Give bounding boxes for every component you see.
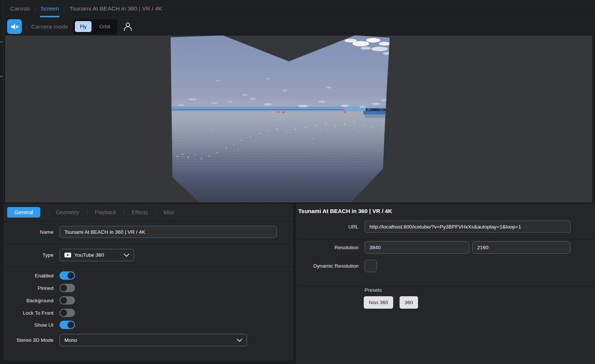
divider <box>4 267 293 267</box>
cargo-ship <box>363 108 387 118</box>
screen-settings-panel: General | Geometry | Playback | Effects … <box>4 204 293 361</box>
type-value: YouTube 360 <box>74 252 104 258</box>
segment-separator: | <box>92 24 93 29</box>
dynamic-resolution-label: Dynamic Resolution <box>296 260 359 272</box>
divider <box>296 239 595 239</box>
tab-effects[interactable]: Effects <box>132 207 148 218</box>
screen-source-panel: Tsunami At BEACH in 360 | VR / 4K URL Re… <box>296 204 595 364</box>
url-input[interactable] <box>365 221 571 233</box>
url-label: URL <box>296 221 359 233</box>
top-tabbar: Canvas | Screen | Tsunami At BEACH in 36… <box>5 0 595 18</box>
toggle-knob <box>60 309 67 316</box>
presets-label: Presets <box>365 287 382 293</box>
chevron-down-icon <box>124 254 129 257</box>
mute-button[interactable] <box>7 19 22 34</box>
stereo-3d-mode-value: Mono <box>64 337 77 343</box>
chevron-down-icon <box>237 339 242 342</box>
document-title: Tsunami At BEACH in 360 | VR / 4K <box>70 5 162 12</box>
stereo-3d-mode-dropdown[interactable]: Mono <box>60 334 247 346</box>
youtube-icon <box>64 253 71 257</box>
pinned-label: Pinned <box>4 284 53 292</box>
left-edge-divider <box>3 0 3 202</box>
enabled-toggle[interactable] <box>60 271 75 280</box>
person-icon <box>123 21 133 32</box>
lock-to-front-label: Lock To Front <box>4 309 53 317</box>
avatar-view-button[interactable] <box>123 21 133 32</box>
tab-screen[interactable]: Screen <box>40 0 59 17</box>
toolbar-separator: | <box>26 23 27 30</box>
toggle-knob <box>60 297 67 304</box>
type-label: Type <box>4 249 53 261</box>
camera-mode-fly-button[interactable]: Fly <box>75 21 92 32</box>
tab-separator: | <box>47 209 49 215</box>
show-ui-toggle[interactable] <box>60 321 75 329</box>
show-ui-label: Show UI <box>4 321 53 329</box>
speaker-muted-icon <box>11 23 19 31</box>
toggle-knob <box>60 285 67 291</box>
name-input[interactable] <box>60 226 277 238</box>
tab-separator: | <box>64 6 65 12</box>
tab-canvas[interactable]: Canvas <box>10 0 30 17</box>
preset-360-button[interactable]: 360 <box>400 296 418 309</box>
tab-separator: | <box>86 209 88 215</box>
background-label: Background <box>4 296 53 305</box>
divider <box>296 286 595 286</box>
tab-playback[interactable]: Playback <box>95 207 116 218</box>
camera-mode-label: Camera mode <box>31 23 68 30</box>
ruler-tick <box>0 41 3 42</box>
tab-misc[interactable]: Misc <box>163 207 174 218</box>
settings-tabbar: General | Geometry | Playback | Effects … <box>4 204 293 221</box>
3d-viewport[interactable] <box>5 35 592 203</box>
lock-to-front-toggle[interactable] <box>60 309 75 317</box>
toggle-knob <box>67 272 74 279</box>
video-projection-canvas <box>5 35 592 203</box>
divider <box>4 244 293 244</box>
resolution-label: Resolution <box>296 241 359 254</box>
ruler-tick <box>0 76 3 77</box>
name-label: Name <box>4 226 53 238</box>
resolution-width-input[interactable] <box>365 241 469 254</box>
screen-title: Tsunami At BEACH in 360 | VR / 4K <box>298 208 392 214</box>
toggle-knob <box>67 321 74 328</box>
tab-separator: | <box>155 209 157 215</box>
enabled-label: Enabled <box>4 271 53 280</box>
camera-mode-orbit-button[interactable]: Orbit <box>95 21 115 32</box>
stereo-3d-mode-label: Stereo 3D Mode <box>4 334 53 346</box>
background-toggle[interactable] <box>60 296 75 305</box>
resolution-height-input[interactable] <box>472 241 571 254</box>
dynamic-resolution-checkbox[interactable] <box>365 260 377 272</box>
preset-non-360-button[interactable]: Non 360 <box>364 296 393 309</box>
left-edge-strip <box>0 0 5 202</box>
tab-separator: | <box>123 209 125 215</box>
tab-geometry[interactable]: Geometry <box>56 207 79 218</box>
type-dropdown[interactable]: YouTube 360 <box>60 249 134 261</box>
tab-separator: | <box>35 6 36 12</box>
viewport-toolbar: | Camera mode Fly | Orbit <box>5 18 595 35</box>
pinned-toggle[interactable] <box>60 284 75 292</box>
camera-mode-segmented-control: Fly | Orbit <box>73 19 117 34</box>
tab-general[interactable]: General <box>7 207 40 218</box>
